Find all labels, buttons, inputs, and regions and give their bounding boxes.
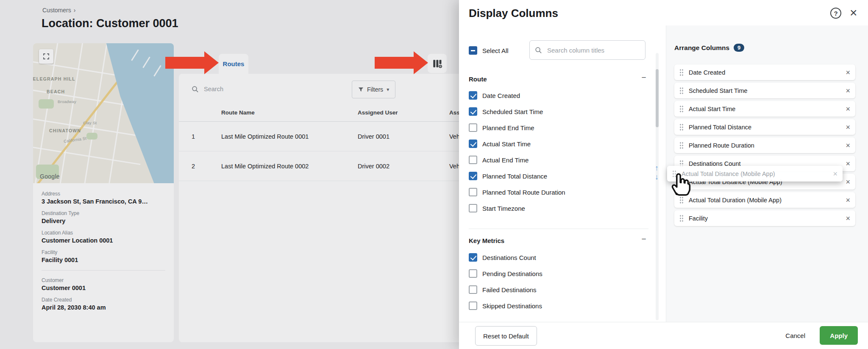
arrange-columns-header: Arrange Columns 9 [674, 44, 744, 52]
checkbox-label: Failed Destinations [482, 286, 537, 293]
arrange-item-label: Planned Total Distance [689, 124, 840, 131]
checkbox[interactable] [469, 156, 477, 164]
select-all-row[interactable]: Select All [469, 41, 509, 60]
arrow-up-icon: ↑ [655, 164, 659, 172]
display-columns-panel: Display Columns ? × Select All Route − D… [459, 0, 868, 349]
drag-handle-icon[interactable] [679, 69, 684, 76]
drag-handle-icon[interactable] [679, 215, 684, 222]
column-search[interactable] [529, 40, 645, 60]
arrow-tail [375, 57, 414, 69]
arrange-columns-title: Arrange Columns [674, 44, 729, 52]
arrange-item[interactable]: Actual Start Time × [674, 101, 855, 117]
panel-footer: Reset to Default Cancel Apply [459, 322, 868, 349]
help-button[interactable]: ? [830, 8, 841, 19]
remove-icon: × [833, 170, 837, 178]
apply-button[interactable]: Apply [820, 326, 858, 345]
column-search-input[interactable] [546, 46, 637, 54]
checkbox-label: Start Timezone [482, 205, 525, 212]
arrange-item[interactable]: Date Created × [674, 64, 855, 80]
checkbox[interactable] [469, 285, 477, 294]
select-all-label: Select All [482, 47, 509, 54]
annotation-arrow-column-settings [375, 51, 428, 74]
column-option[interactable]: Pending Destinations [469, 265, 647, 282]
checkbox[interactable] [469, 302, 477, 310]
annotation-arrow-routes-tab [165, 51, 219, 74]
drag-handle-icon[interactable] [679, 123, 684, 131]
section-title-route: Route [469, 75, 487, 83]
checkbox[interactable] [469, 269, 477, 278]
remove-icon[interactable]: × [846, 142, 850, 149]
arrange-item-label: Date Created [689, 69, 840, 76]
column-option[interactable]: Failed Destinations [469, 282, 647, 298]
arrange-item-label: Facility [689, 215, 840, 222]
checkbox-label: Scheduled Start Time [482, 108, 543, 115]
reset-to-default-button[interactable]: Reset to Default [475, 326, 537, 346]
column-option[interactable]: Destinations Count [469, 249, 647, 265]
checkbox[interactable] [469, 140, 477, 148]
column-option[interactable]: Start Timezone [469, 200, 647, 216]
checkbox-label: Planned Total Distance [482, 173, 547, 180]
scrollbar-thumb[interactable] [656, 69, 659, 127]
help-icon: ? [834, 10, 837, 17]
drag-direction-arrows: ↑ ↓ [655, 164, 659, 181]
remove-icon[interactable]: × [846, 178, 850, 186]
arrange-item[interactable]: Scheduled Start Time × [674, 83, 855, 98]
checkbox[interactable] [469, 123, 477, 132]
dragged-column-label: Actual Total Distance (Mobile App) [682, 170, 828, 177]
checkbox[interactable] [469, 188, 477, 196]
checkbox-label: Pending Destinations [482, 270, 542, 277]
arrange-item[interactable]: Actual Total Duration (Mobile App) × [674, 192, 855, 208]
collapse-key-metrics-button[interactable]: − [639, 235, 648, 244]
checkbox-label: Date Created [482, 92, 520, 99]
column-option[interactable]: Actual Start Time [469, 136, 647, 152]
checkbox[interactable] [469, 107, 477, 116]
checkbox[interactable] [469, 204, 477, 212]
column-option[interactable]: Scheduled Start Time [469, 103, 647, 120]
remove-icon[interactable]: × [846, 160, 850, 168]
arrange-item-label: Actual Start Time [689, 106, 840, 112]
column-option[interactable]: Skipped Destinations [469, 298, 647, 314]
checkbox-label: Destinations Count [482, 254, 536, 261]
panel-title: Display Columns [469, 7, 558, 20]
arrange-item[interactable]: Facility × [674, 210, 855, 226]
remove-icon[interactable]: × [846, 105, 850, 113]
dragged-column-ghost[interactable]: Actual Total Distance (Mobile App) × [667, 166, 843, 181]
arrange-item[interactable]: Planned Route Duration × [674, 137, 855, 153]
arrange-item[interactable]: Planned Total Distance × [674, 119, 855, 135]
column-option[interactable]: Planned Total Route Duration [469, 184, 647, 200]
remove-icon[interactable]: × [846, 196, 850, 204]
arrange-item-label: Scheduled Start Time [689, 87, 840, 94]
section-title-key-metrics: Key Metrics [469, 237, 504, 244]
column-option[interactable]: Planned End Time [469, 120, 647, 136]
collapse-route-button[interactable]: − [639, 73, 648, 82]
arrow-head [414, 51, 428, 74]
arrow-down-icon: ↓ [655, 173, 659, 181]
checkbox-label: Actual Start Time [482, 140, 531, 148]
drag-handle-icon[interactable] [679, 87, 684, 94]
drag-handle-icon[interactable] [679, 105, 684, 112]
arrange-item-label: Planned Route Duration [689, 142, 840, 149]
column-option[interactable]: Date Created [469, 87, 647, 103]
app-window: Customers › Location: Customer 0001 [0, 0, 868, 349]
drag-handle-icon[interactable] [679, 142, 684, 149]
checkbox-label: Planned Total Route Duration [482, 189, 565, 196]
route-column-list: Date Created Scheduled Start Time Planne… [469, 87, 647, 216]
arrow-tail [165, 57, 204, 69]
close-button[interactable]: × [848, 5, 859, 21]
checkbox[interactable] [469, 253, 477, 262]
checkbox[interactable] [469, 91, 477, 100]
column-option[interactable]: Planned Total Distance [469, 168, 647, 184]
arrange-columns-list: Date Created × Scheduled Start Time × Ac… [674, 64, 855, 229]
remove-icon[interactable]: × [846, 87, 850, 95]
select-all-checkbox[interactable] [469, 46, 477, 55]
checkbox-label: Actual End Time [482, 156, 529, 164]
cancel-button[interactable]: Cancel [779, 326, 812, 345]
arrow-head [204, 51, 219, 74]
remove-icon[interactable]: × [846, 123, 850, 131]
checkbox[interactable] [469, 172, 477, 180]
remove-icon[interactable]: × [846, 69, 850, 76]
key-metrics-column-list: Destinations Count Pending Destinations … [469, 249, 647, 314]
divider [469, 229, 648, 229]
column-option[interactable]: Actual End Time [469, 152, 647, 168]
remove-icon[interactable]: × [846, 215, 850, 222]
